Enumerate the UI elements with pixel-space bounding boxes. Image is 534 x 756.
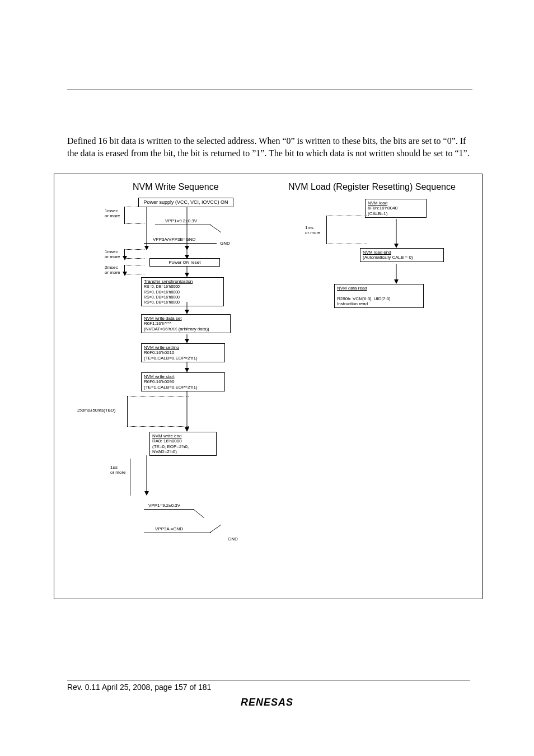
timing-1-dot-bot <box>124 223 144 224</box>
svg-marker-26 <box>394 279 399 284</box>
timing-150-dt <box>127 396 189 396</box>
box-power-reset: Power ON reset <box>149 258 220 267</box>
timing-r-tick <box>326 216 327 244</box>
box-write-start: NVM write start R6F0:16'h0090 (TE=1,CALB… <box>141 372 225 391</box>
svg-line-21 <box>193 509 204 518</box>
arrow-5 <box>184 362 190 372</box>
body-nvm-data-read: R280h: VCM[6:0], UID[7:0] Instruction re… <box>337 296 390 306</box>
timing-1msec-2: 1msec or more <box>105 250 120 260</box>
timing-r-db <box>326 244 367 244</box>
text-power-reset: Power ON reset <box>169 260 201 265</box>
right-title: NVM Load (Register Resetting) Sequence <box>288 182 456 192</box>
arrow-2 <box>184 266 190 277</box>
svg-line-0 <box>210 225 221 232</box>
timing-1-dot-top <box>124 207 144 207</box>
title-nvm-load: NVM load <box>368 200 387 206</box>
svg-marker-24 <box>394 244 399 248</box>
timing-1us-tick <box>130 459 130 496</box>
timing-150-db <box>127 426 189 427</box>
timing-1msec-1-text: 1msec or more <box>105 208 120 218</box>
arrow-r1 <box>394 219 399 248</box>
svg-line-22 <box>210 525 221 533</box>
footer-rule <box>67 680 470 680</box>
arrow-3 <box>184 302 190 314</box>
svg-marker-10 <box>185 273 189 277</box>
header-rule <box>67 90 472 90</box>
timing-2-db <box>124 258 144 259</box>
timing-3-dt <box>124 265 144 265</box>
label-vpp1-up: VPP1=9.2±0.3V <box>165 219 197 224</box>
body-write-start: R6F0:16'h0090 (TE=1,CALB=0,EOP=2'h1) <box>144 379 198 389</box>
footer-text: Rev. 0.11 April 25, 2008, page 157 of 18… <box>67 683 470 692</box>
body-nvm-load-end: (Automatically CALB = 0) <box>363 255 413 260</box>
arrow-1b <box>144 207 149 250</box>
timing-right-1ms: 1ms or more <box>305 226 321 236</box>
timing-3-arr <box>123 263 127 276</box>
footer: Rev. 0.11 April 25, 2008, page 157 of 18… <box>67 680 470 692</box>
arrow-7 <box>144 455 149 496</box>
arrow-reset-in <box>184 250 190 259</box>
box-nvm-data-read: NVM data read R280h: VCM[6:0], UID[7:0] … <box>334 284 424 308</box>
title-write-end: NVM write end <box>152 433 181 438</box>
label-vpp1-down: VPP1=9.2±0.3V <box>148 503 180 508</box>
label-vpp3a-down: VPP3A =GND <box>155 527 183 532</box>
renesas-logo: RENESAS <box>241 697 293 708</box>
box-write-data-set: NVM write data set R6F1:16'h**** (NVDAT=… <box>141 314 231 333</box>
svg-marker-18 <box>185 427 189 432</box>
timing-2-arr <box>123 247 127 260</box>
timing-150ms: 150ms±50ms(TBD) <box>77 408 115 413</box>
title-write-setting: NVM write setting <box>144 345 179 350</box>
wf-vpp3a-dn <box>144 533 211 533</box>
title-nvm-load-end: NVM load end <box>363 250 391 255</box>
svg-marker-2 <box>185 246 189 250</box>
wf-vpp1-dn <box>144 509 194 510</box>
svg-marker-12 <box>185 310 189 314</box>
arrow-6 <box>184 391 190 432</box>
left-title: NVM Write Sequence <box>133 182 219 192</box>
wf-vpp1-line1 <box>155 225 211 225</box>
svg-marker-5 <box>123 256 127 260</box>
body-write-setting: R6F0:16'h0010 (TE=0,CALB=0,EOP=2'h1) <box>144 350 198 360</box>
timing-150-tick <box>127 396 128 426</box>
timing-1msec-1: 1msec or more <box>105 209 120 219</box>
timing-3-db <box>124 274 144 274</box>
label-gnd-up: GND <box>220 241 230 246</box>
title-nvm-data-read: NVM data read <box>337 286 367 291</box>
body-nvm-load: 6F0h:16'h0040 (CALB=1) <box>368 206 397 216</box>
svg-marker-14 <box>185 339 189 343</box>
title-write-data-set: NVM write data set <box>144 316 182 321</box>
svg-marker-6 <box>123 272 127 276</box>
box-power-supply: Power supply (VCC, VCI, IOVCC) ON <box>138 198 233 207</box>
arrow-1 <box>184 207 190 250</box>
box-nvm-load: NVM load 6F0h:16'h0040 (CALB=1) <box>365 199 427 218</box>
svg-marker-8 <box>185 255 189 259</box>
box-write-end: NVM write end RA0: 16'h0000 (TE=0, EOP=2… <box>149 432 217 456</box>
body-paragraph: Defined 16 bit data is written to the se… <box>67 135 472 159</box>
wf-vpp3-line1 <box>144 243 217 244</box>
title-transfer-sync: Transfer synchronization <box>144 279 193 284</box>
svg-marker-16 <box>185 368 189 372</box>
svg-marker-4 <box>144 246 149 250</box>
title-write-start: NVM write start <box>144 374 175 379</box>
arrow-4 <box>184 334 190 343</box>
diagram-frame: NVM Write Sequence NVM Load (Register Re… <box>54 174 483 599</box>
timing-r-dt <box>326 216 367 216</box>
timing-2msec: 2msec or more <box>105 265 120 276</box>
timing-1-tick <box>124 207 125 223</box>
text-power-supply: Power supply (VCC, VCI, IOVCC) ON <box>143 199 228 205</box>
body-write-end: RA0: 16'h0000 (TE=0, EOP=2'h0, NVAD=2'h0… <box>152 438 189 454</box>
box-nvm-load-end: NVM load end (Automatically CALB = 0) <box>360 248 444 262</box>
timing-2-dt <box>124 249 144 250</box>
arrow-r2 <box>394 264 399 284</box>
body-transfer-sync: RS=0, DB=16'h0000 RS=0, DB=16'h0000 RS=0… <box>144 284 180 304</box>
box-transfer-sync: Transfer synchronization RS=0, DB=16'h00… <box>141 277 224 306</box>
body-write-data-set: R6F1:16'h**** (NVDAT=16'hXX (arbitrary d… <box>144 321 209 331</box>
svg-marker-20 <box>144 491 149 496</box>
timing-1us: 1us or more <box>110 465 126 475</box>
label-gnd-down: GND <box>228 537 238 542</box>
box-write-setting: NVM write setting R6F0:16'h0010 (TE=0,CA… <box>141 343 225 362</box>
